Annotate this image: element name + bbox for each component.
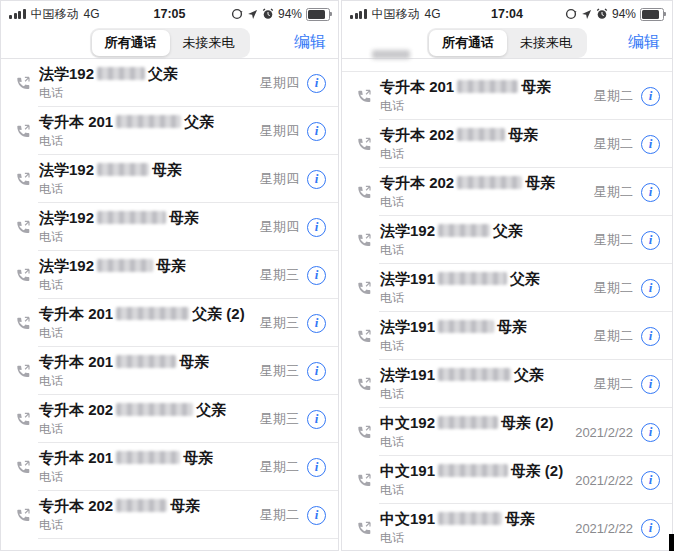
outgoing-call-icon bbox=[14, 122, 32, 140]
contact-name: 法学191 父亲 bbox=[380, 366, 582, 383]
contact-name: 法学192 母亲 bbox=[39, 257, 248, 274]
outgoing-call-icon bbox=[355, 519, 373, 537]
info-icon[interactable]: i bbox=[307, 410, 326, 429]
call-date-label: 星期二 bbox=[594, 231, 633, 249]
call-date-label: 星期三 bbox=[260, 266, 299, 284]
call-meta: 星期四 i bbox=[260, 170, 326, 189]
call-log-row[interactable]: 法学192 父亲 电话 星期四 i bbox=[1, 59, 338, 107]
contact-name-suffix: 母亲 bbox=[183, 449, 213, 466]
contact-name: 专升本 202 母亲 bbox=[380, 174, 582, 191]
tab-all-calls[interactable]: 所有通话 bbox=[429, 30, 507, 56]
call-meta: 星期二 i bbox=[594, 279, 660, 298]
outgoing-call-icon bbox=[14, 506, 32, 524]
info-icon[interactable]: i bbox=[307, 362, 326, 381]
info-icon[interactable]: i bbox=[307, 74, 326, 93]
phone-recents-screen: 中国移动 4G 17:05 94% bbox=[0, 0, 339, 551]
call-main: 法学192 母亲 电话 bbox=[39, 257, 248, 294]
info-icon[interactable]: i bbox=[307, 266, 326, 285]
info-icon[interactable]: i bbox=[641, 279, 660, 298]
call-list: 专升本 201 母亲 电话 星期二 i 专升本 202 母亲 电话 星期二 i bbox=[342, 58, 672, 551]
contact-name: 专升本 202 母亲 bbox=[39, 497, 248, 514]
tab-missed-calls[interactable]: 未接来电 bbox=[507, 30, 585, 56]
call-date-label: 星期二 bbox=[594, 327, 633, 345]
info-icon[interactable]: i bbox=[641, 327, 660, 346]
call-main: 法学192 母亲 电话 bbox=[39, 209, 248, 246]
info-icon[interactable]: i bbox=[641, 375, 660, 394]
outgoing-call-icon bbox=[355, 87, 373, 105]
tab-all-calls[interactable]: 所有通话 bbox=[92, 30, 170, 56]
contact-name-suffix: 母亲 bbox=[521, 78, 551, 95]
edit-button[interactable]: 编辑 bbox=[628, 32, 660, 53]
call-log-row[interactable]: 专升本 202 母亲 电话 星期二 i bbox=[342, 120, 672, 168]
call-filter-segmented-control: 所有通话 未接来电 bbox=[427, 28, 587, 58]
call-log-row[interactable]: 专升本 202 母亲 电话 星期二 i bbox=[1, 491, 338, 539]
info-icon[interactable]: i bbox=[641, 183, 660, 202]
outgoing-call-icon bbox=[14, 74, 32, 92]
call-log-row[interactable]: 专升本 201 父亲 电话 星期四 i bbox=[1, 107, 338, 155]
contact-name-suffix: 母亲 (2) bbox=[501, 414, 554, 431]
call-date-label: 星期二 bbox=[594, 183, 633, 201]
info-icon[interactable]: i bbox=[641, 423, 660, 442]
call-date-label: 星期二 bbox=[594, 279, 633, 297]
outgoing-call-icon bbox=[14, 266, 32, 284]
info-icon[interactable]: i bbox=[641, 519, 660, 538]
contact-name: 专升本 201 母亲 bbox=[39, 449, 248, 466]
battery-percent: 94% bbox=[612, 7, 636, 21]
phone-recents-screen: 中国移动 4G 17:04 94% bbox=[341, 0, 673, 551]
call-log-row[interactable]: 法学192 母亲 电话 星期四 i bbox=[1, 203, 338, 251]
call-line-label: 电话 bbox=[39, 229, 248, 246]
call-log-row[interactable]: 专升本 202 母亲 电话 星期二 i bbox=[342, 168, 672, 216]
info-icon[interactable]: i bbox=[307, 170, 326, 189]
info-icon[interactable]: i bbox=[307, 506, 326, 525]
info-icon[interactable]: i bbox=[641, 87, 660, 106]
info-icon[interactable]: i bbox=[641, 135, 660, 154]
call-log-row[interactable]: 法学191 父亲 电话 星期二 i bbox=[342, 360, 672, 408]
call-log-row[interactable]: 法学192 母亲 电话 星期三 i bbox=[1, 251, 338, 299]
outgoing-call-icon bbox=[355, 375, 373, 393]
call-meta: 星期二 i bbox=[260, 458, 326, 477]
info-icon[interactable]: i bbox=[307, 122, 326, 141]
call-log-row[interactable]: 法学192 母亲 电话 星期四 i bbox=[1, 155, 338, 203]
info-icon[interactable]: i bbox=[641, 471, 660, 490]
call-log-row[interactable]: 中文191 母亲 (2) 电话 2021/2/22 i bbox=[342, 456, 672, 504]
contact-name-suffix: 母亲 bbox=[179, 353, 209, 370]
battery-icon bbox=[306, 8, 330, 21]
call-line-label: 电话 bbox=[380, 242, 582, 259]
tab-missed-calls[interactable]: 未接来电 bbox=[170, 30, 248, 56]
call-main: 专升本 201 母亲 电话 bbox=[380, 78, 582, 115]
contact-name: 中文191 母亲 (2) bbox=[380, 462, 563, 479]
redacted-name-blur bbox=[116, 403, 193, 416]
call-log-row[interactable]: 专升本 201 母亲 电话 星期二 i bbox=[342, 72, 672, 120]
call-line-label: 电话 bbox=[39, 469, 248, 486]
call-log-row[interactable]: 法学191 母亲 电话 星期二 i bbox=[342, 312, 672, 360]
info-icon[interactable]: i bbox=[307, 458, 326, 477]
contact-name-suffix: 母亲 (2) bbox=[511, 462, 564, 479]
call-log-row[interactable]: 专升本 201 母亲 电话 星期三 i bbox=[1, 347, 338, 395]
call-log-row[interactable]: 法学192 父亲 电话 星期二 i bbox=[342, 216, 672, 264]
call-list: 法学192 父亲 电话 星期四 i 专升本 201 父亲 电话 星期四 i bbox=[1, 58, 338, 539]
orientation-lock-icon bbox=[565, 8, 577, 20]
call-log-row[interactable]: 专升本 201 母亲 电话 星期二 i bbox=[1, 443, 338, 491]
call-log-row[interactable]: 中文192 母亲 (2) 电话 2021/2/22 i bbox=[342, 408, 672, 456]
call-line-label: 电话 bbox=[39, 421, 248, 438]
contact-name-prefix: 法学192 bbox=[39, 65, 94, 82]
call-log-row[interactable]: 专升本 202 父亲 电话 星期三 i bbox=[1, 395, 338, 443]
info-icon[interactable]: i bbox=[641, 231, 660, 250]
edit-button[interactable]: 编辑 bbox=[294, 32, 326, 53]
call-meta: 星期二 i bbox=[594, 183, 660, 202]
call-log-row[interactable]: 专升本 201 父亲 (2) 电话 星期三 i bbox=[1, 299, 338, 347]
right-margin bbox=[673, 0, 681, 551]
call-log-row[interactable]: 法学191 父亲 电话 星期二 i bbox=[342, 264, 672, 312]
call-log-row[interactable]: 中文191 母亲 电话 2021/2/22 i bbox=[342, 504, 672, 551]
outgoing-call-icon bbox=[14, 170, 32, 188]
info-icon[interactable]: i bbox=[307, 218, 326, 237]
redacted-name-blur bbox=[438, 416, 498, 429]
contact-name-prefix: 专升本 202 bbox=[39, 401, 113, 418]
cellular-signal-icon bbox=[9, 9, 26, 19]
call-meta: 2021/2/22 i bbox=[575, 471, 660, 490]
call-meta: 星期四 i bbox=[260, 122, 326, 141]
info-icon[interactable]: i bbox=[307, 314, 326, 333]
outgoing-call-icon bbox=[355, 135, 373, 153]
call-line-label: 电话 bbox=[39, 373, 248, 390]
call-meta: 星期四 i bbox=[260, 74, 326, 93]
